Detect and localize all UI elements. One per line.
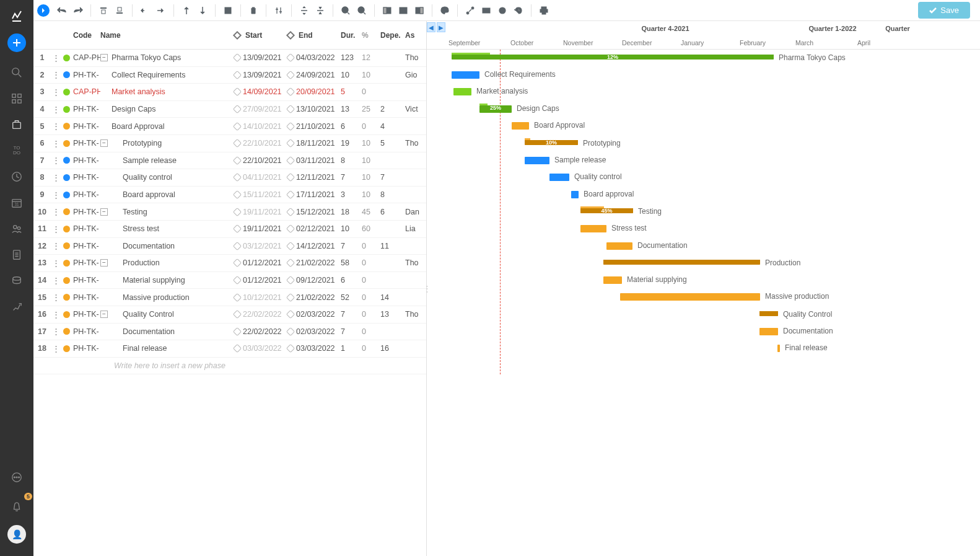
task-code[interactable]: PH-TK- — [72, 242, 100, 250]
splitter-handle[interactable] — [427, 21, 429, 556]
task-row[interactable]: 9⋮PH-TK-Board approval15/11/202117/11/20… — [33, 187, 426, 204]
status-dot[interactable] — [61, 328, 72, 335]
start-milestone-checkbox[interactable] — [233, 242, 242, 250]
task-row[interactable]: 16⋮PH-TK-−Quality Control22/02/202202/03… — [33, 306, 426, 324]
percent[interactable]: 0 — [362, 276, 380, 285]
end-date[interactable]: 09/12/2021 — [287, 276, 341, 285]
duration[interactable]: 8 — [341, 156, 362, 165]
projects-icon[interactable] — [5, 113, 28, 136]
percent[interactable]: 0 — [362, 327, 380, 336]
header-dur[interactable]: Dur. — [341, 31, 362, 40]
outdent-button[interactable] — [138, 3, 152, 18]
percent[interactable]: 0 — [362, 258, 380, 267]
task-name-cell[interactable]: Board Approval — [100, 122, 234, 131]
drag-handle[interactable]: ⋮ — [51, 173, 61, 182]
assignee[interactable]: Tho — [405, 258, 426, 267]
shrink-button[interactable] — [221, 3, 235, 18]
zoom-out-button[interactable] — [338, 3, 353, 18]
task-row[interactable]: 13⋮PH-TK-−Production01/12/202121/02/2022… — [33, 255, 426, 272]
end-milestone-checkbox[interactable] — [286, 276, 295, 285]
gantt-row[interactable]: Stress test — [427, 221, 980, 238]
task-code[interactable]: CAP-PH — [72, 87, 100, 96]
assignee[interactable]: Tho — [405, 53, 426, 62]
end-date[interactable]: 15/12/2021 — [287, 208, 341, 216]
end-milestone-checkbox[interactable] — [286, 293, 295, 302]
status-dot[interactable] — [61, 226, 72, 232]
end-milestone-checkbox[interactable] — [286, 258, 295, 267]
percent[interactable]: 12 — [362, 53, 380, 62]
drag-handle[interactable]: ⋮ — [51, 156, 61, 165]
task-name-cell[interactable]: −Quality Control — [100, 310, 234, 319]
gantt-row[interactable]: Massive production — [427, 289, 980, 306]
end-date[interactable]: 12/11/2021 — [287, 173, 341, 182]
header-name[interactable]: Name — [100, 31, 234, 40]
gantt-row[interactable]: Collect Requirements — [427, 67, 980, 84]
start-date[interactable]: 22/02/2022 — [234, 310, 287, 319]
end-date[interactable]: 02/12/2021 — [287, 224, 341, 233]
duration[interactable]: 5 — [341, 87, 362, 96]
end-date[interactable]: 17/11/2021 — [287, 190, 341, 199]
gantt-row[interactable]: Testing45% — [427, 203, 980, 221]
delete-button[interactable] — [246, 3, 261, 18]
drag-handle[interactable]: ⋮ — [51, 258, 61, 268]
task-name-cell[interactable]: Board approval — [100, 190, 234, 199]
start-milestone-checkbox[interactable] — [233, 327, 242, 336]
gantt-bar[interactable]: Massive production — [620, 293, 760, 301]
gantt-bar[interactable]: Board approval — [571, 191, 579, 198]
drag-handle[interactable]: ⋮ — [51, 344, 61, 353]
resources-button[interactable] — [495, 3, 510, 18]
duration[interactable]: 7 — [341, 173, 362, 182]
task-row[interactable]: 4⋮PH-TK-Design Caps27/09/202113/10/20211… — [33, 101, 426, 118]
start-date[interactable]: 01/12/2021 — [234, 276, 287, 285]
undo-button[interactable] — [55, 3, 69, 18]
percent[interactable]: 60 — [362, 224, 380, 233]
status-dot[interactable] — [61, 208, 72, 215]
task-name-cell[interactable]: −Pharma Tokyo Caps — [100, 53, 234, 62]
task-code[interactable]: PH-TK- — [72, 190, 100, 199]
task-code[interactable]: PH-TK- — [72, 139, 100, 148]
task-code[interactable]: PH-TK- — [72, 173, 100, 182]
zoom-in-button[interactable] — [354, 3, 369, 18]
status-dot[interactable] — [61, 157, 72, 164]
start-milestone-checkbox[interactable] — [233, 173, 242, 182]
gantt-bar[interactable]: Sample release — [525, 157, 549, 164]
task-row[interactable]: 7⋮PH-TK-Sample release22/10/202103/11/20… — [33, 152, 426, 170]
dependency[interactable]: 5 — [380, 139, 405, 148]
percent[interactable]: 0 — [362, 87, 380, 96]
start-date[interactable]: 19/11/2021 — [234, 208, 287, 216]
gantt-bar[interactable]: Final release — [777, 345, 780, 352]
end-date[interactable]: 13/10/2021 — [287, 105, 341, 113]
status-dot[interactable] — [61, 71, 72, 78]
new-task-placeholder[interactable]: Write here to insert a new phase — [33, 358, 426, 375]
gantt-row[interactable]: Quality control — [427, 169, 980, 187]
gantt-bar[interactable]: Board Approval — [512, 122, 529, 130]
start-date[interactable]: 04/11/2021 — [234, 173, 287, 182]
gantt-row[interactable]: Documentation — [427, 324, 980, 341]
percent[interactable]: 0 — [362, 293, 380, 302]
task-row[interactable]: 1⋮CAP-PH−Pharma Tokyo Caps13/09/202104/0… — [33, 50, 426, 67]
todo-icon[interactable]: TODO — [5, 139, 28, 162]
gantt-row[interactable]: Quality Control — [427, 306, 980, 324]
gantt-bar[interactable]: Collect Requirements — [452, 71, 479, 79]
drag-handle[interactable]: ⋮ — [51, 121, 61, 131]
percent[interactable]: 10 — [362, 173, 380, 182]
end-milestone-checkbox[interactable] — [286, 53, 295, 62]
end-date[interactable]: 04/03/2022 — [287, 53, 341, 62]
start-milestone-checkbox[interactable] — [233, 122, 242, 131]
start-milestone-checkbox[interactable] — [233, 208, 242, 216]
drag-handle[interactable]: ⋮ — [51, 53, 61, 63]
end-date[interactable]: 14/12/2021 — [287, 242, 341, 250]
end-date[interactable]: 24/09/2021 — [287, 71, 341, 79]
task-code[interactable]: PH-TK- — [72, 156, 100, 165]
expand-toggle[interactable]: − — [100, 311, 108, 318]
percent[interactable]: 0 — [362, 310, 380, 319]
chat-icon[interactable] — [5, 466, 28, 489]
gantt-row[interactable]: Production — [427, 255, 980, 272]
task-name-cell[interactable]: −Prototyping — [100, 139, 234, 148]
task-row[interactable]: 14⋮PH-TK-Material supplying01/12/202109/… — [33, 272, 426, 289]
percent[interactable]: 25 — [362, 105, 380, 113]
end-milestone-checkbox[interactable] — [286, 310, 295, 319]
percent[interactable]: 0 — [362, 242, 380, 250]
duration[interactable]: 6 — [341, 122, 362, 131]
calendar-icon[interactable]: 31 — [5, 191, 28, 214]
